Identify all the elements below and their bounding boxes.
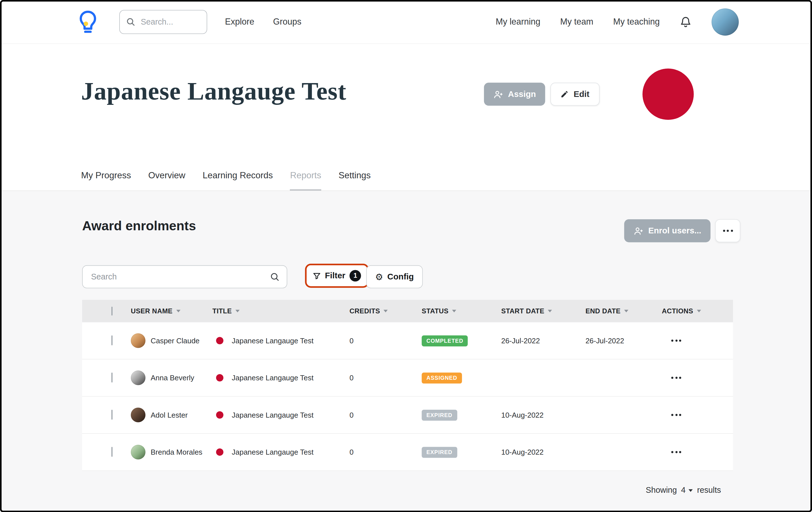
filter-label: Filter (325, 271, 345, 280)
search-icon (270, 272, 280, 281)
row-checkbox[interactable] (111, 410, 112, 420)
nav-groups[interactable]: Groups (273, 17, 301, 27)
row-checkbox[interactable] (111, 335, 112, 345)
table-row: Brenda Morales Japanese Langauge Test 0 … (82, 434, 733, 471)
end-date: 26-Jul-2022 (585, 337, 662, 345)
status-badge: EXPIRED (422, 447, 457, 458)
course-header: Japanese Langauge Test Assign Edit (0, 44, 812, 191)
enrolment-title[interactable]: Japanese Langauge Test (232, 448, 313, 456)
award-dot-icon (216, 374, 224, 381)
tab-overview[interactable]: Overview (148, 171, 185, 191)
enrol-users-label: Enrol users... (648, 226, 701, 235)
results-label: results (697, 485, 721, 495)
column-header-title[interactable]: TITLE (212, 307, 349, 315)
pencil-icon (560, 90, 569, 98)
global-search-input[interactable] (140, 17, 200, 27)
chevron-down-icon (689, 489, 693, 492)
config-button[interactable]: ⚙ Config (366, 265, 423, 288)
avatar (131, 334, 145, 348)
showing-label: Showing (646, 485, 677, 495)
enrolment-title[interactable]: Japanese Langauge Test (232, 411, 313, 419)
column-header-credits[interactable]: CREDITS (349, 307, 422, 315)
enrolment-title[interactable]: Japanese Langauge Test (232, 337, 313, 345)
row-checkbox[interactable] (111, 372, 112, 382)
row-actions-button[interactable] (671, 447, 733, 457)
table-search[interactable] (82, 265, 287, 288)
award-dot-icon (216, 411, 224, 419)
assign-label: Assign (508, 90, 536, 99)
column-header-end-date[interactable]: END DATE (585, 307, 662, 315)
credits-value: 0 (349, 411, 422, 419)
search-icon (126, 17, 135, 26)
column-header-status[interactable]: STATUS (422, 307, 501, 315)
credits-value: 0 (349, 337, 422, 345)
config-label: Config (387, 272, 414, 281)
credits-value: 0 (349, 374, 422, 382)
sort-icon (176, 310, 180, 312)
table-row: Casper Claude Japanese Langauge Test 0 C… (82, 322, 733, 360)
filter-button[interactable]: Filter 1 (305, 264, 369, 288)
row-checkbox[interactable] (111, 447, 112, 457)
table-search-input[interactable] (90, 272, 265, 282)
award-dot-icon (216, 449, 224, 456)
funnel-icon (313, 272, 321, 280)
results-count-dropdown[interactable]: 4 (681, 485, 693, 495)
nav-my-teaching[interactable]: My teaching (613, 17, 660, 27)
table-row: Anna Beverly Japanese Langauge Test 0 AS… (82, 360, 733, 396)
notifications-bell-icon[interactable] (679, 16, 692, 28)
table-header-row: USER NAME TITLE CREDITS STATUS START DAT… (82, 300, 733, 322)
more-actions-button[interactable] (715, 219, 741, 242)
column-header-user-name[interactable]: USER NAME (131, 307, 212, 315)
results-summary: Showing 4 results (646, 485, 721, 495)
select-all-checkbox[interactable] (111, 307, 112, 315)
nav-my-learning[interactable]: My learning (496, 17, 541, 27)
assign-button[interactable]: Assign (484, 83, 545, 106)
page-title: Japanese Langauge Test (81, 76, 346, 105)
sort-icon (697, 310, 701, 312)
user-name[interactable]: Adol Lester (151, 411, 187, 419)
avatar (131, 370, 145, 385)
status-badge: EXPIRED (422, 409, 457, 421)
section-heading: Award enrolments (82, 218, 196, 233)
avatar (131, 408, 145, 422)
tab-learning-records[interactable]: Learning Records (203, 171, 273, 191)
edit-button[interactable]: Edit (551, 83, 600, 106)
user-name[interactable]: Brenda Morales (151, 448, 202, 456)
gear-icon: ⚙ (375, 273, 383, 281)
sort-icon (384, 310, 388, 312)
column-header-actions[interactable]: ACTIONS (662, 307, 733, 315)
sort-icon (236, 310, 240, 312)
user-name[interactable]: Casper Claude (151, 337, 200, 345)
header-actions: Assign Edit (484, 83, 599, 106)
app-window: Explore Groups My learning My team My te… (0, 0, 812, 512)
tab-reports[interactable]: Reports (290, 171, 321, 191)
row-actions-button[interactable] (671, 335, 733, 346)
logo-lightbulb-icon[interactable] (79, 9, 97, 35)
enrolment-title[interactable]: Japanese Langauge Test (232, 374, 313, 382)
start-date: 10-Aug-2022 (501, 411, 585, 419)
user-avatar[interactable] (712, 8, 738, 35)
column-header-start-date[interactable]: START DATE (501, 307, 585, 315)
row-actions-button[interactable] (671, 410, 733, 420)
reports-content: Award enrolments Enrol users... (0, 191, 812, 512)
tab-my-progress[interactable]: My Progress (81, 171, 131, 191)
filter-count-badge: 1 (349, 270, 361, 282)
course-tabs: My Progress Overview Learning Records Re… (81, 171, 371, 191)
person-add-icon (634, 226, 644, 236)
sort-icon (624, 310, 628, 312)
award-dot-icon (216, 337, 224, 344)
section-actions: Enrol users... (624, 219, 741, 242)
nav-explore[interactable]: Explore (225, 17, 254, 27)
tab-settings[interactable]: Settings (339, 171, 371, 191)
sort-icon (548, 310, 552, 312)
table-row: Adol Lester Japanese Langauge Test 0 EXP… (82, 397, 733, 434)
top-navbar: Explore Groups My learning My team My te… (0, 0, 812, 44)
row-actions-button[interactable] (671, 372, 733, 383)
enrol-users-button[interactable]: Enrol users... (624, 219, 710, 242)
primary-nav: Explore Groups (225, 17, 301, 27)
global-search[interactable] (119, 9, 207, 34)
start-date: 10-Aug-2022 (501, 448, 585, 456)
status-badge: ASSIGNED (422, 372, 462, 383)
user-name[interactable]: Anna Beverly (151, 374, 194, 382)
nav-my-team[interactable]: My team (560, 17, 593, 27)
